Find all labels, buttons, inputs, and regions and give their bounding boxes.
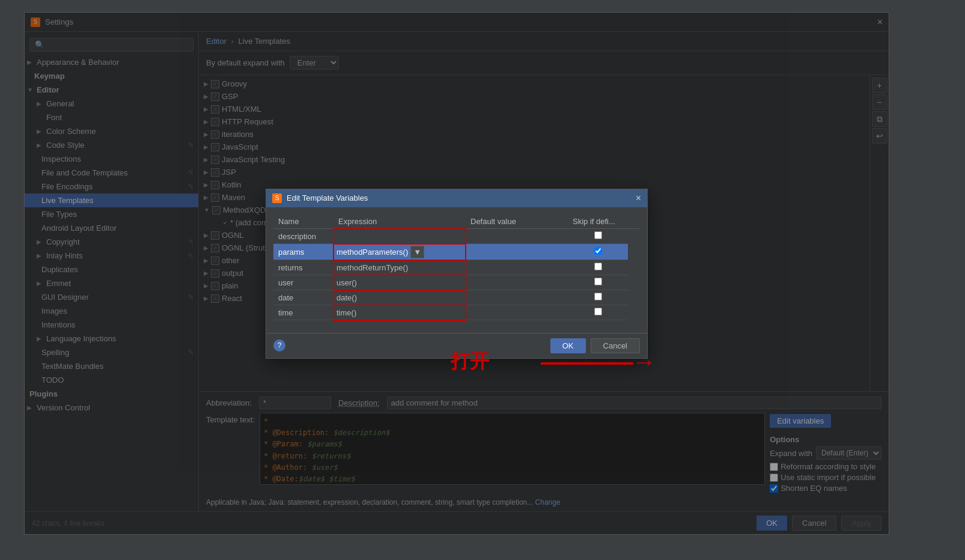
table-row: description bbox=[273, 229, 640, 244]
row-expression[interactable] bbox=[333, 229, 466, 244]
modal-footer: ? OK Cancel bbox=[266, 333, 647, 358]
row-expression[interactable]: time() bbox=[333, 305, 466, 320]
row-name: date bbox=[273, 290, 333, 305]
modal-title-bar: S Edit Template Variables × bbox=[266, 189, 647, 207]
row-name: user bbox=[273, 275, 333, 290]
modal-title-bar-left: S Edit Template Variables bbox=[272, 193, 368, 203]
row-default[interactable] bbox=[466, 290, 568, 305]
row-name: description bbox=[273, 229, 333, 244]
table-row: returns methodReturnType() bbox=[273, 260, 640, 275]
row-default[interactable] bbox=[466, 229, 568, 244]
row-expression[interactable]: methodReturnType() bbox=[333, 260, 466, 275]
row-skip[interactable] bbox=[568, 275, 628, 290]
row-default[interactable] bbox=[466, 244, 568, 260]
skip-checkbox[interactable] bbox=[594, 278, 602, 285]
spacer bbox=[290, 338, 546, 353]
row-default[interactable] bbox=[466, 260, 568, 275]
col-name: Name bbox=[273, 215, 333, 229]
modal-title: Edit Template Variables bbox=[287, 193, 368, 202]
edit-template-variables-modal: S Edit Template Variables × Name Express… bbox=[266, 189, 648, 359]
modal-table-header: Name Expression Default value Skip if de… bbox=[273, 215, 640, 229]
col-expression: Expression bbox=[333, 215, 466, 229]
expr-value: methodParameters() bbox=[336, 248, 408, 257]
row-name: returns bbox=[273, 260, 333, 275]
skip-checkbox[interactable] bbox=[594, 231, 602, 239]
row-skip[interactable] bbox=[568, 229, 628, 244]
settings-window: S Settings × ▶ Appearance & Behavior Key… bbox=[24, 12, 889, 535]
modal-close-button[interactable]: × bbox=[636, 193, 641, 204]
row-expression[interactable]: date() bbox=[333, 290, 466, 305]
table-row[interactable]: params methodParameters() ▼ bbox=[273, 244, 640, 260]
row-name: time bbox=[273, 305, 333, 320]
skip-checkbox[interactable] bbox=[594, 308, 602, 315]
table-row: date date() bbox=[273, 290, 640, 305]
row-expression[interactable]: user() bbox=[333, 275, 466, 290]
table-row: user user() bbox=[273, 275, 640, 290]
modal-table-body: description params methodParameters() bbox=[273, 229, 640, 320]
modal-app-icon: S bbox=[272, 193, 282, 203]
header-row: Name Expression Default value Skip if de… bbox=[273, 215, 640, 229]
row-name: params bbox=[273, 244, 333, 260]
modal-table: Name Expression Default value Skip if de… bbox=[273, 215, 640, 321]
modal-content: Name Expression Default value Skip if de… bbox=[266, 207, 647, 333]
help-icon[interactable]: ? bbox=[273, 339, 285, 352]
row-skip[interactable] bbox=[568, 260, 628, 275]
skip-checkbox[interactable] bbox=[594, 247, 602, 255]
expr-dropdown[interactable]: ▼ bbox=[410, 246, 424, 258]
row-skip[interactable] bbox=[568, 305, 628, 320]
row-skip[interactable] bbox=[568, 290, 628, 305]
col-scroll bbox=[628, 215, 640, 229]
help-area: ? bbox=[273, 338, 285, 353]
col-default: Default value bbox=[466, 215, 568, 229]
skip-checkbox[interactable] bbox=[594, 263, 602, 270]
modal-cancel-button[interactable]: Cancel bbox=[591, 338, 640, 353]
row-expression[interactable]: methodParameters() ▼ bbox=[333, 244, 466, 260]
row-skip[interactable] bbox=[568, 244, 628, 260]
col-skip: Skip if defi... bbox=[568, 215, 628, 229]
expr-cell: methodParameters() ▼ bbox=[336, 246, 463, 258]
skip-checkbox[interactable] bbox=[594, 293, 602, 300]
modal-overlay: S Edit Template Variables × Name Express… bbox=[25, 13, 889, 534]
row-default[interactable] bbox=[466, 305, 568, 320]
modal-ok-button[interactable]: OK bbox=[550, 338, 586, 353]
row-default[interactable] bbox=[466, 275, 568, 290]
table-row: time time() bbox=[273, 305, 640, 320]
